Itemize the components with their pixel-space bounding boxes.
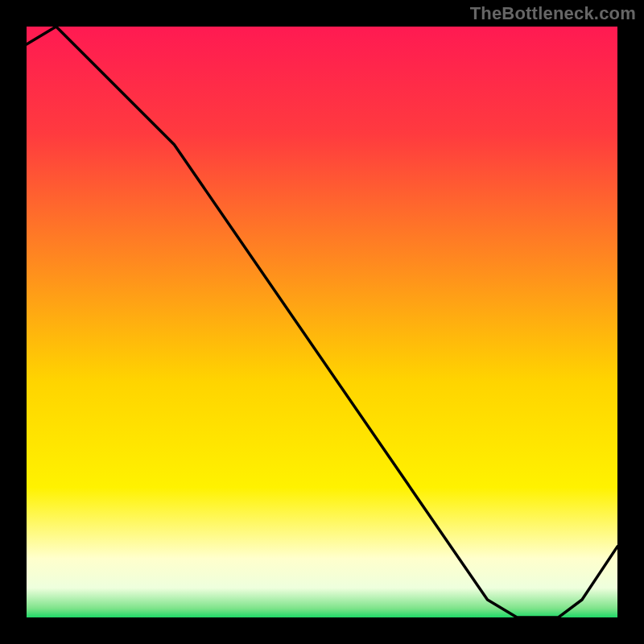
plot-area: [27, 27, 617, 617]
chart-canvas: TheBottleneck.com: [0, 0, 644, 644]
chart-svg: [27, 27, 617, 617]
watermark-text: TheBottleneck.com: [470, 3, 636, 24]
gradient-background: [27, 27, 617, 617]
